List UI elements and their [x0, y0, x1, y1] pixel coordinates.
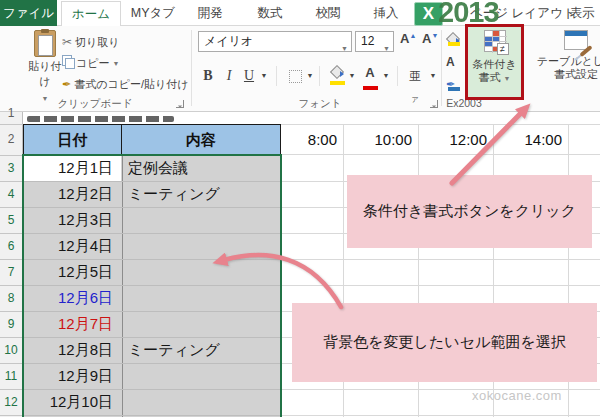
row-header-3[interactable]: 3	[0, 161, 22, 175]
excel-window: ファイル ホーム MYタブ 開発 数式 校閲 挿入 ページ レイアウト 表示 X…	[0, 0, 600, 417]
row-header-2[interactable]: 2	[0, 132, 22, 146]
format-painter-label: 書式のコピー/貼り付け	[74, 78, 188, 90]
scissors-icon: ✂	[62, 35, 72, 49]
tab-formulas[interactable]: 数式	[246, 1, 294, 26]
tab-view[interactable]: 表示	[562, 1, 600, 26]
fat-label-line2: 書式設定	[526, 68, 600, 81]
cf-label-line2: 書式 ▼	[468, 71, 521, 85]
group-separator	[441, 30, 442, 106]
row-header-8[interactable]: 8	[0, 291, 22, 305]
tab-file[interactable]: ファイル	[0, 0, 57, 26]
callout-click-cf: 条件付き書式ボタンをクリック	[347, 175, 592, 248]
tab-developer[interactable]: 開発	[186, 1, 234, 26]
row-header-1[interactable]: 1	[0, 106, 22, 120]
row-header-11[interactable]: 11	[0, 369, 22, 383]
ribbon-tab-bar: ファイル ホーム MYタブ 開発 数式 校閲 挿入 ページ レイアウト 表示 X…	[0, 0, 600, 26]
row1-partial-text	[27, 116, 174, 122]
tab-home[interactable]: ホーム	[61, 1, 121, 26]
fill-color-button[interactable]	[328, 64, 346, 88]
italic-button[interactable]: I	[222, 64, 236, 88]
cell-b2-content-header[interactable]: 内容	[121, 124, 281, 155]
increase-font-size-button[interactable]: A▲	[400, 31, 416, 46]
time-header-800[interactable]: 8:00	[281, 124, 343, 155]
format-painter-button[interactable]: ✒書式のコピー/貼り付け	[62, 75, 189, 93]
row-header-column: 1 2 3 4 5 6 7 8 9 10 11 12	[0, 112, 23, 417]
font-group-label: フォント	[260, 97, 380, 111]
tab-insert[interactable]: 挿入	[362, 1, 410, 26]
clipboard-dialog-launcher-icon[interactable]	[176, 100, 184, 108]
borders-icon	[289, 70, 302, 83]
tab-mytab[interactable]: MYタブ	[124, 1, 182, 26]
cut-button[interactable]: ✂切り取り	[62, 33, 120, 51]
paste-label: 貼り付け	[26, 59, 64, 89]
paste-button[interactable]: 貼り付け ▼	[26, 30, 64, 98]
copy-button[interactable]: コピー ▼	[62, 54, 120, 72]
copy-label: コピー	[76, 57, 110, 69]
watermark-text: xokocane.com	[472, 388, 562, 403]
not-equal-badge: ≠	[497, 43, 509, 55]
fat-label-line1: テーブルとして	[526, 55, 600, 68]
font-color-bar	[363, 86, 378, 90]
row-header-4[interactable]: 4	[0, 187, 22, 201]
font-name-combo[interactable]: メイリオ ▼	[198, 31, 352, 52]
excel-2013-label: 2013	[438, 0, 499, 29]
underline-dropdown-arrow[interactable]: ▼	[259, 64, 269, 88]
small-separator	[276, 66, 277, 86]
font-color-button[interactable]: A	[361, 64, 379, 88]
font-name-value: メイリオ	[204, 34, 253, 48]
borders-button[interactable]	[286, 64, 304, 88]
copy-dropdown-arrow[interactable]: ▼	[113, 60, 120, 67]
font-color-dropdown-arrow[interactable]: ▼	[381, 64, 391, 88]
callout-select-range: 背景色を変更したいセル範囲を選択	[292, 303, 597, 382]
underline-button[interactable]: U	[241, 64, 257, 88]
copy-icon	[62, 55, 73, 67]
format-as-table-icon	[564, 30, 588, 50]
fill-color-bar	[330, 81, 345, 85]
conditional-formatting-icon: ≠	[484, 30, 506, 52]
time-header-1400[interactable]: 14:00	[493, 124, 568, 155]
font-size-combo[interactable]: 12 ▼	[355, 31, 394, 52]
conditional-formatting-button[interactable]: ≠ 条件付き 書式 ▼	[468, 30, 521, 85]
phonetic-guide-button[interactable]: 亜ア	[406, 64, 424, 88]
group-separator	[191, 30, 192, 106]
font-size-value: 12	[361, 34, 374, 48]
worksheet-grid: 1 2 3 4 5 6 7 8 9 10 11 12	[0, 112, 600, 417]
cf-label-line1: 条件付き	[468, 58, 521, 71]
ribbon: 貼り付け ▼ ✂切り取り コピー ▼ ✒書式のコピー/貼り付け クリップボード …	[0, 26, 600, 112]
time-header-1200[interactable]: 12:00	[418, 124, 493, 155]
phonetic-dropdown-arrow[interactable]: ▼	[428, 64, 438, 88]
format-as-table-button[interactable]: テーブルとして 書式設定	[526, 26, 600, 98]
format-painter-icon: ✒	[62, 78, 71, 90]
row-header-6[interactable]: 6	[0, 239, 22, 253]
borders-dropdown-arrow[interactable]: ▼	[305, 64, 315, 88]
row-header-10[interactable]: 10	[0, 343, 22, 357]
decrease-font-size-button[interactable]: A▼	[422, 31, 438, 46]
row-header-7[interactable]: 7	[0, 265, 22, 279]
time-header-1000[interactable]: 10:00	[343, 124, 418, 155]
bold-button[interactable]: B	[199, 64, 217, 88]
fill-color-dropdown-arrow[interactable]: ▼	[347, 64, 357, 88]
time-header-1600[interactable]: 16:00	[568, 124, 600, 155]
conditional-formatting-highlight-box: ≠ 条件付き 書式 ▼	[465, 24, 524, 100]
fill-color-bar	[448, 42, 460, 46]
row-header-5[interactable]: 5	[0, 213, 22, 227]
pen-color-bar	[448, 87, 460, 91]
font-name-dropdown-arrow[interactable]: ▼	[341, 39, 348, 58]
small-separator	[319, 66, 320, 86]
clipboard-icon	[34, 30, 56, 57]
font-size-dropdown-arrow[interactable]: ▼	[383, 39, 390, 58]
tab-review[interactable]: 校閲	[304, 1, 352, 26]
small-separator	[397, 66, 398, 86]
clipboard-group-label: クリップボード	[35, 97, 155, 111]
cell-a2-date-header[interactable]: 日付	[23, 124, 122, 155]
font-dialog-launcher-icon[interactable]	[430, 100, 438, 108]
row-header-12[interactable]: 12	[0, 395, 22, 409]
fill-bucket-icon	[330, 67, 344, 77]
selection-border	[22, 154, 282, 417]
cut-label: 切り取り	[75, 36, 120, 48]
row-header-9[interactable]: 9	[0, 317, 22, 331]
